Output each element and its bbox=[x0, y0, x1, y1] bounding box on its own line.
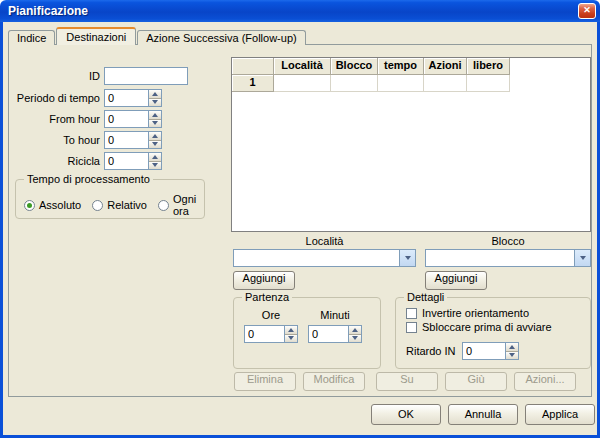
ore-spinner bbox=[244, 325, 298, 343]
tab-indice[interactable]: Indice bbox=[8, 30, 55, 45]
blocco-dropdown[interactable] bbox=[425, 249, 591, 267]
grid-col-tempo[interactable]: tempo bbox=[378, 58, 424, 75]
sbloccare-prima-checkbox[interactable]: Sbloccare prima di avviare bbox=[406, 321, 552, 333]
window-title: Pianificazione bbox=[0, 4, 88, 18]
ore-label: Ore bbox=[244, 308, 298, 322]
giu-button[interactable]: Giù bbox=[445, 372, 507, 391]
processing-time-options: Assoluto Relativo Ogni ora bbox=[24, 193, 200, 217]
grid-col-blocco[interactable]: Blocco bbox=[331, 58, 378, 75]
spin-up-button[interactable] bbox=[149, 111, 161, 120]
arrow-down-icon bbox=[152, 163, 158, 167]
radio-ogni-ora[interactable]: Ogni ora bbox=[158, 193, 196, 217]
arrow-up-icon bbox=[152, 113, 158, 117]
ritardo-in-input[interactable] bbox=[462, 342, 505, 360]
radio-assoluto-label: Assoluto bbox=[39, 199, 81, 211]
localita-dropdown[interactable] bbox=[233, 249, 416, 267]
ritardo-in-spinner bbox=[462, 342, 519, 360]
spin-up-button[interactable] bbox=[506, 343, 518, 352]
spin-up-button[interactable] bbox=[349, 326, 361, 335]
arrow-down-icon bbox=[152, 121, 158, 125]
grid-col-libero[interactable]: libero bbox=[467, 58, 510, 75]
tab-destinazioni[interactable]: Destinazioni bbox=[56, 27, 136, 45]
minuti-spinner bbox=[308, 325, 362, 343]
destinations-grid[interactable]: Località Blocco tempo Azioni libero 1 bbox=[231, 57, 591, 232]
ricicla-input[interactable] bbox=[104, 152, 148, 170]
chevron-down-icon bbox=[405, 256, 411, 260]
dropdown-button[interactable] bbox=[574, 250, 590, 266]
arrow-down-icon bbox=[509, 353, 515, 357]
ok-button[interactable]: OK bbox=[371, 404, 441, 425]
close-icon: ✕ bbox=[583, 5, 591, 15]
applica-button[interactable]: Applica bbox=[525, 404, 595, 425]
invertire-orientamento-checkbox[interactable]: Invertire orientamento bbox=[406, 307, 529, 319]
localita-dropdown-value bbox=[234, 250, 399, 266]
arrow-up-icon bbox=[509, 345, 515, 349]
azioni-button[interactable]: Azioni... bbox=[514, 372, 576, 391]
from-hour-label: From hour bbox=[15, 110, 100, 128]
localita-picker-label: Località bbox=[233, 235, 416, 248]
spin-up-button[interactable] bbox=[285, 326, 297, 335]
tempo-di-processamento-group: Tempo di processamento Assoluto Relativo bbox=[15, 179, 205, 219]
tempo-di-processamento-title: Tempo di processamento bbox=[24, 172, 153, 186]
blocco-dropdown-value bbox=[426, 250, 574, 266]
cell-azioni[interactable] bbox=[424, 75, 467, 92]
spin-up-button[interactable] bbox=[149, 153, 161, 162]
minuti-input[interactable] bbox=[308, 325, 348, 343]
to-hour-input[interactable] bbox=[104, 131, 148, 149]
spin-up-button[interactable] bbox=[149, 90, 161, 99]
spin-down-button[interactable] bbox=[349, 335, 361, 343]
titlebar[interactable]: Pianificazione ✕ bbox=[0, 0, 600, 22]
tab-azione-successiva[interactable]: Azione Successiva (Follow-up) bbox=[137, 30, 305, 45]
modifica-button[interactable]: Modifica bbox=[303, 372, 365, 391]
spin-down-button[interactable] bbox=[149, 99, 161, 107]
spin-down-button[interactable] bbox=[506, 352, 518, 360]
blocco-picker-label: Blocco bbox=[425, 235, 591, 248]
periodo-di-tempo-label: Periodo di tempo bbox=[15, 89, 100, 107]
cell-blocco[interactable] bbox=[331, 75, 378, 92]
arrow-down-icon bbox=[288, 336, 294, 340]
from-hour-spinner bbox=[104, 110, 162, 128]
dropdown-button[interactable] bbox=[399, 250, 415, 266]
to-hour-label: To hour bbox=[15, 131, 100, 149]
grid-header: Località Blocco tempo Azioni libero bbox=[232, 58, 590, 75]
ricicla-label: Ricicla bbox=[15, 152, 100, 170]
from-hour-input[interactable] bbox=[104, 110, 148, 128]
arrow-up-icon bbox=[288, 328, 294, 332]
grid-col-azioni[interactable]: Azioni bbox=[424, 58, 467, 75]
partenza-title: Partenza bbox=[242, 290, 292, 304]
row-number[interactable]: 1 bbox=[232, 75, 274, 92]
spin-up-button[interactable] bbox=[149, 132, 161, 141]
checkbox-icon bbox=[406, 308, 417, 319]
grid-col-localita[interactable]: Località bbox=[274, 58, 331, 75]
radio-relativo[interactable]: Relativo bbox=[92, 199, 147, 211]
spin-down-button[interactable] bbox=[149, 141, 161, 149]
dettagli-title: Dettagli bbox=[404, 290, 447, 304]
to-hour-spinner bbox=[104, 131, 162, 149]
cell-tempo[interactable] bbox=[378, 75, 424, 92]
cell-libero[interactable] bbox=[467, 75, 510, 92]
tab-strip: Indice Destinazioni Azione Successiva (F… bbox=[8, 27, 307, 45]
arrow-down-icon bbox=[152, 100, 158, 104]
minuti-label: Minuti bbox=[308, 308, 362, 322]
su-button[interactable]: Su bbox=[376, 372, 438, 391]
annulla-button[interactable]: Annulla bbox=[448, 404, 518, 425]
periodo-di-tempo-input[interactable] bbox=[104, 89, 148, 107]
aggiungi-localita-button[interactable]: Aggiungi bbox=[233, 271, 295, 290]
close-button[interactable]: ✕ bbox=[578, 3, 596, 19]
elimina-button[interactable]: Elimina bbox=[234, 372, 296, 391]
spin-down-button[interactable] bbox=[149, 120, 161, 128]
radio-assoluto[interactable]: Assoluto bbox=[24, 199, 81, 211]
radio-relativo-label: Relativo bbox=[107, 199, 147, 211]
radio-button-icon bbox=[24, 200, 35, 211]
arrow-up-icon bbox=[352, 328, 358, 332]
chevron-down-icon bbox=[580, 256, 586, 260]
cell-localita[interactable] bbox=[274, 75, 331, 92]
id-input[interactable] bbox=[104, 67, 188, 85]
aggiungi-blocco-button[interactable]: Aggiungi bbox=[425, 271, 487, 290]
table-row[interactable]: 1 bbox=[232, 75, 590, 92]
ore-input[interactable] bbox=[244, 325, 284, 343]
radio-ogni-ora-label: Ogni ora bbox=[173, 193, 196, 217]
spin-down-button[interactable] bbox=[149, 162, 161, 170]
arrow-down-icon bbox=[352, 336, 358, 340]
spin-down-button[interactable] bbox=[285, 335, 297, 343]
